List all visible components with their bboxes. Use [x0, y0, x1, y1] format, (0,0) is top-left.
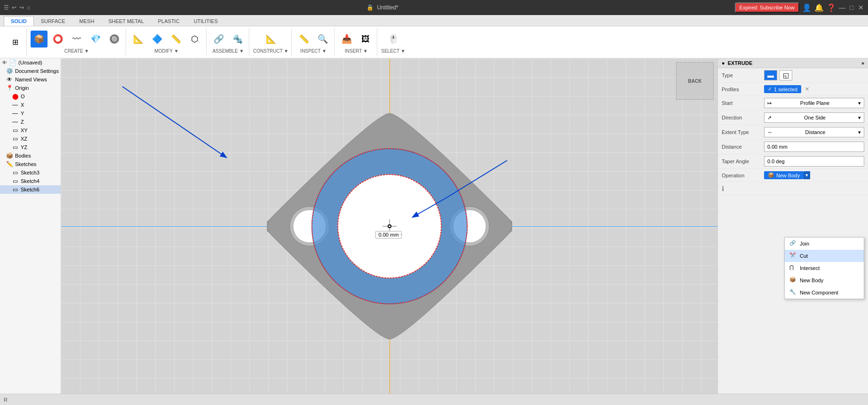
extrude-expand-icon[interactable]: » [861, 60, 864, 66]
start-icon: ↦ [767, 100, 772, 106]
press-pull-button[interactable]: 📐 [130, 31, 147, 48]
help-icon[interactable]: ❓ [827, 3, 836, 12]
offset-plane-button[interactable]: 📐 [263, 31, 279, 48]
distance-input[interactable] [764, 142, 864, 152]
profiles-clear-icon[interactable]: ✕ [805, 86, 809, 92]
measurement-options[interactable]: ⋯ [398, 231, 403, 238]
ribbon-tab-sheet-metal[interactable]: SHEET METAL [101, 16, 151, 26]
create-label[interactable]: CREATE ▼ [64, 48, 89, 54]
extent-type-icon: ↔ [767, 129, 772, 135]
sidebar-item-named-views[interactable]: 👁Named Views [0, 75, 61, 84]
sidebar-item-x[interactable]: —X [0, 101, 61, 109]
toolbar-group-select: 🖱️ SELECT ▼ [378, 28, 408, 56]
sidebar-item-sketch4[interactable]: ▭Sketch4 [0, 177, 61, 185]
sidebar-item-sketch3[interactable]: ▭Sketch3 [0, 168, 61, 177]
inspect2-button[interactable]: 🔍 [314, 31, 331, 48]
app-menu-icon[interactable]: ☰ [4, 4, 9, 11]
canvas[interactable]: 0.00 mm ⋯ BACK [61, 58, 717, 394]
select-button[interactable]: 🖱️ [385, 31, 402, 48]
revolve-button[interactable]: ⭕ [49, 31, 66, 48]
dropdown-item-new-component[interactable]: 🔧New Component [785, 286, 864, 299]
hole-button[interactable]: 🔘 [106, 31, 123, 48]
dropdown-label-intersect: Intersect [800, 265, 820, 271]
sidebar-label-xy: XY [21, 127, 28, 133]
sidebar-item-z[interactable]: —Z [0, 118, 61, 126]
insert-label[interactable]: INSERT ▼ [345, 48, 368, 54]
new-component-button[interactable]: 🔗 [210, 31, 227, 48]
main-layout: 👁📄(Unsaved)⚙️Document Settings👁Named Vie… [0, 58, 868, 394]
toolbar-group-nav: ⊞ [4, 28, 27, 56]
home-icon[interactable]: ⌂ [27, 4, 30, 11]
sidebar-label-z: Z [21, 119, 24, 125]
minimize-button[interactable]: — [839, 4, 845, 11]
sidebar-item-yz[interactable]: ▭YZ [0, 143, 61, 151]
view-cube[interactable]: BACK [676, 62, 714, 100]
canvas-button[interactable]: 🖼 [357, 31, 374, 48]
toolbar-group-create: 📦 ⭕ 〰 💎 🔘 CREATE ▼ [28, 28, 126, 56]
start-dropdown[interactable]: ↦ Profile Plane ▾ [764, 98, 864, 108]
start-chevron-icon: ▾ [858, 100, 861, 106]
assemble-label[interactable]: ASSEMBLE ▼ [213, 48, 244, 54]
cad-shape-svg [244, 104, 535, 349]
taper-angle-input[interactable] [764, 156, 864, 167]
construct-label[interactable]: CONSTRUCT ▼ [253, 48, 288, 54]
inspect-label[interactable]: INSPECT ▼ [300, 48, 326, 54]
type-surface-button[interactable]: ◱ [779, 70, 792, 80]
dropdown-label-join: Join [800, 241, 809, 246]
sidebar-item-sketches[interactable]: ✏️Sketches [0, 160, 61, 168]
joint-button[interactable]: 🔩 [229, 31, 246, 48]
sidebar-item-y[interactable]: —Y [0, 109, 61, 118]
measure-button[interactable]: 📏 [295, 31, 312, 48]
forward-icon[interactable]: ↪ [19, 4, 24, 11]
lock-icon: 🔒 [366, 4, 374, 11]
sidebar-item-sketch6[interactable]: ▭Sketch6 [0, 185, 61, 194]
type-solid-button[interactable]: ▬ [764, 70, 777, 80]
sidebar-item-document-settings[interactable]: ⚙️Document Settings [0, 67, 61, 75]
back-icon[interactable]: ↩ [12, 4, 16, 11]
ribbon-tab-mesh[interactable]: MESH [72, 16, 102, 26]
ribbon-tab-solid[interactable]: SOLID [4, 16, 34, 26]
operation-main-button[interactable]: 📦 New Body [764, 171, 804, 179]
subscribe-button[interactable]: Expired: Subscribe Now [735, 2, 799, 13]
toolbar-group-assemble: 🔗 🔩 ASSEMBLE ▼ [207, 28, 249, 56]
ribbon-tab-plastic[interactable]: PLASTIC [151, 16, 187, 26]
loft-button[interactable]: 💎 [87, 31, 104, 48]
chamfer-button[interactable]: 📏 [167, 31, 184, 48]
modify-label[interactable]: MODIFY ▼ [154, 48, 178, 54]
select-label[interactable]: SELECT ▼ [381, 48, 405, 54]
dropdown-item-new-body[interactable]: 📦New Body [785, 274, 864, 286]
operation-dropdown-arrow[interactable]: ▾ [804, 171, 810, 179]
maximize-button[interactable]: □ [848, 4, 855, 11]
dropdown-item-intersect[interactable]: ⋂Intersect [785, 262, 864, 274]
sidebar-item-o[interactable]: ⬤O [0, 92, 61, 101]
dropdown-label-new-component: New Component [800, 290, 838, 295]
sidebar-item-bodies[interactable]: 📦Bodies [0, 151, 61, 160]
extrude-button[interactable]: 📦 [31, 31, 48, 48]
sweep-button[interactable]: 〰 [68, 31, 85, 48]
user-icon[interactable]: 👤 [802, 3, 812, 12]
profiles-selected-badge[interactable]: ✓ 1 selected [764, 85, 801, 93]
eye-icon-unsaved[interactable]: 👁 [2, 60, 7, 65]
direction-icon: ↗ [767, 115, 772, 121]
taper-angle-row: Taper Angle [718, 154, 868, 169]
dropdown-item-cut[interactable]: ✂️Cut [785, 250, 864, 262]
fillet-button[interactable]: 🔷 [149, 31, 166, 48]
close-button[interactable]: ✕ [858, 4, 864, 11]
dropdown-label-new-body: New Body [800, 278, 823, 283]
sidebar-item-unsaved[interactable]: 👁📄(Unsaved) [0, 58, 61, 67]
ribbon-tab-utilities[interactable]: UTILITIES [187, 16, 225, 26]
direction-dropdown[interactable]: ↗ One Side ▾ [764, 112, 864, 123]
insert-svg-button[interactable]: 📥 [338, 31, 355, 48]
sidebar-label-sketch3: Sketch3 [21, 170, 40, 175]
sidebar-item-xz[interactable]: ▭XZ [0, 135, 61, 143]
dropdown-item-join[interactable]: 🔗Join [785, 238, 864, 250]
sidebar-item-origin[interactable]: 📍Origin [0, 84, 61, 92]
notification-icon[interactable]: 🔔 [814, 3, 824, 12]
extrude-panel-header: ● EXTRUDE » [718, 58, 868, 68]
sidebar-label-xz: XZ [21, 136, 27, 142]
extent-type-dropdown[interactable]: ↔ Distance ▾ [764, 127, 864, 137]
grid-button[interactable]: ⊞ [7, 34, 24, 51]
sidebar-item-xy[interactable]: ▭XY [0, 126, 61, 135]
ribbon-tab-surface[interactable]: SURFACE [34, 16, 72, 26]
shell-button[interactable]: ⬡ [186, 31, 203, 48]
